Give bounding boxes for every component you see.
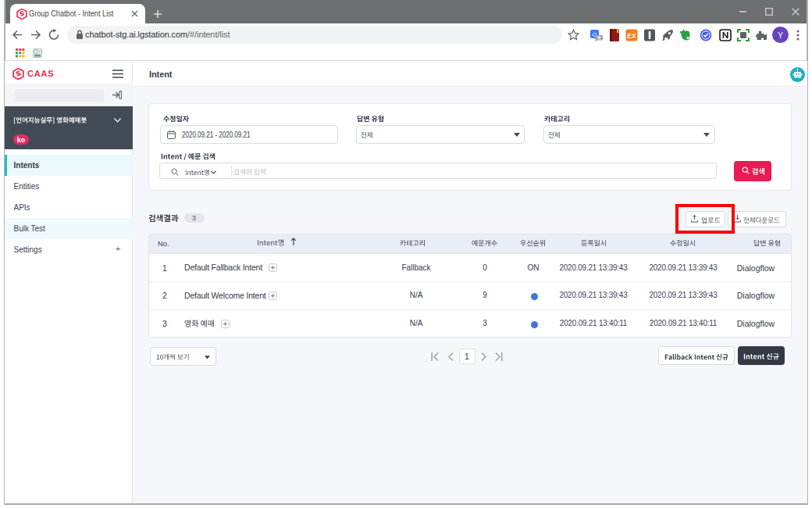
svg-text:EX: EX xyxy=(627,32,636,40)
